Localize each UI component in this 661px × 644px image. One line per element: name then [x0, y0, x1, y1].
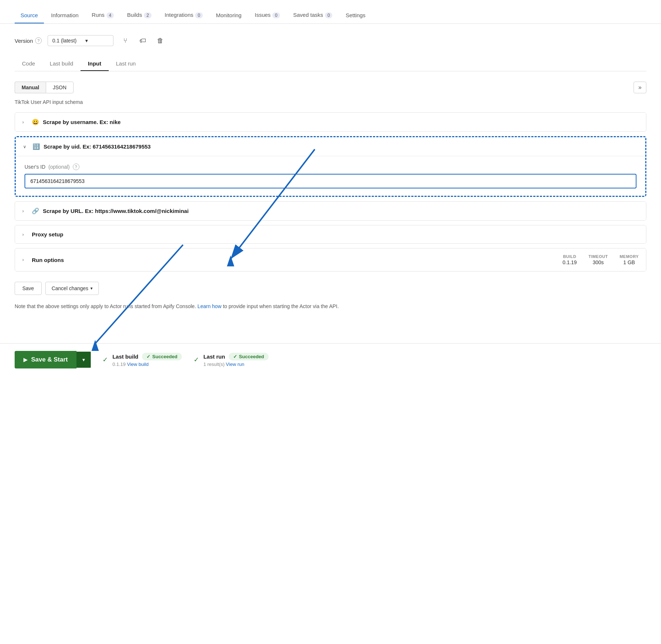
note-before-link: Note that the above settings only apply … [15, 303, 198, 309]
nav-tabs: SourceInformationRuns4Builds2Integration… [0, 7, 661, 24]
chevron-down-save-icon: ▾ [82, 357, 85, 363]
tag-icon[interactable]: 🏷 [137, 35, 149, 46]
nav-tab-badge-builds: 2 [144, 12, 152, 18]
user-id-input[interactable] [25, 174, 636, 188]
nav-tab-issues[interactable]: Issues0 [249, 7, 286, 23]
accordion-scrape-username: › 😀 Scrape by username. Ex: nike [15, 112, 646, 132]
version-label: Version ? [15, 37, 42, 44]
accordion-run-options-header[interactable]: › Run options BUILD 0.1.19 TIMEOUT 300s … [15, 248, 646, 271]
accordion-run-options: › Run options BUILD 0.1.19 TIMEOUT 300s … [15, 248, 646, 272]
cancel-changes-button[interactable]: Cancel changes ▾ [45, 282, 99, 295]
save-start-button[interactable]: ▶ Save & Start ▾ [15, 351, 91, 368]
save-start-main-btn[interactable]: ▶ Save & Start [15, 351, 76, 368]
version-selector[interactable]: 0.1 (latest) ▾ [48, 35, 113, 46]
accordion-title-username: Scrape by username. Ex: nike [43, 119, 121, 125]
view-build-link[interactable]: View build [127, 362, 149, 367]
save-cancel-row: Save Cancel changes ▾ [15, 282, 646, 295]
sub-tabs: Code Last build Input Last run [15, 57, 646, 71]
tab-code[interactable]: Code [15, 57, 42, 71]
chevron-right-url-icon: › [22, 209, 28, 214]
meta-build: BUILD 0.1.19 [563, 254, 577, 265]
last-build-info: ✓ Last build ✓ Succeeded 0.1.19 View bui… [102, 353, 182, 367]
last-run-details: Last run ✓ Succeeded 1 result(s) View ru… [203, 353, 269, 367]
input-mode-buttons: Manual JSON [15, 82, 74, 93]
note-after-link: to provide input when starting the Actor… [221, 303, 339, 309]
accordion-proxy-setup: › Proxy setup [15, 225, 646, 244]
expand-button[interactable]: » [634, 82, 646, 93]
meta-memory-label: MEMORY [620, 254, 639, 259]
chevron-down-icon: ▾ [85, 38, 88, 44]
schema-label: TikTok User API input schema [15, 99, 646, 105]
input-mode-row: Manual JSON » [15, 82, 646, 93]
user-id-optional-text: (optional) [48, 164, 70, 170]
last-run-status-badge: ✓ Succeeded [229, 353, 269, 360]
meta-timeout: TIMEOUT 300s [589, 254, 608, 265]
cancel-changes-label: Cancel changes [52, 285, 88, 291]
accordion-proxy-setup-header[interactable]: › Proxy setup [15, 225, 646, 243]
tab-last-run[interactable]: Last run [109, 57, 143, 71]
accordion-title-url: Scrape by URL. Ex: https://www.tiktok.co… [43, 208, 188, 214]
meta-memory-value: 1 GB [620, 259, 639, 265]
last-run-check-icon: ✓ [194, 356, 199, 364]
meta-build-label: BUILD [563, 254, 577, 259]
last-build-label: Last build [112, 353, 138, 360]
version-help-icon[interactable]: ? [35, 37, 42, 44]
nav-tab-badge-saved tasks: 0 [325, 12, 333, 18]
last-run-results: 1 result(s) [203, 362, 225, 367]
last-build-status-badge: ✓ Succeeded [142, 353, 182, 360]
manual-mode-btn[interactable]: Manual [15, 82, 46, 93]
nav-tab-saved-tasks[interactable]: Saved tasks0 [287, 7, 338, 23]
tab-last-build[interactable]: Last build [42, 57, 81, 71]
accordion-scrape-uid: ∨ 🔢 Scrape by uid. Ex: 67145631642186795… [15, 136, 646, 197]
last-build-check-icon: ✓ [102, 356, 108, 364]
check-small-icon: ✓ [146, 354, 150, 359]
check-small-run-icon: ✓ [233, 354, 237, 359]
last-run-label: Last run [203, 353, 225, 360]
accordion-emoji-url: 🔗 [32, 207, 39, 214]
last-build-sub: 0.1.19 View build [112, 362, 182, 367]
version-row: Version ? 0.1 (latest) ▾ ⑂ 🏷 🗑 [15, 35, 646, 46]
version-text: Version [15, 38, 33, 44]
bottom-bar: ▶ Save & Start ▾ ✓ Last build ✓ Succeede… [0, 343, 661, 376]
version-value: 0.1 (latest) [52, 38, 76, 44]
accordion-scrape-url-header[interactable]: › 🔗 Scrape by URL. Ex: https://www.tikto… [15, 202, 646, 220]
last-run-status-text: Succeeded [239, 354, 264, 359]
nav-tab-information[interactable]: Information [45, 8, 85, 23]
save-start-label: Save & Start [31, 356, 68, 363]
last-build-version: 0.1.19 [112, 362, 126, 367]
nav-tab-builds[interactable]: Builds2 [121, 7, 157, 23]
accordion-uid-body: User's ID (optional) ? [16, 156, 645, 196]
meta-build-value: 0.1.19 [563, 259, 577, 265]
tab-input[interactable]: Input [81, 57, 109, 71]
play-icon: ▶ [23, 357, 27, 363]
save-button[interactable]: Save [15, 282, 42, 295]
user-id-help-icon[interactable]: ? [73, 164, 79, 170]
note-text: Note that the above settings only apply … [15, 302, 646, 310]
accordion-title-run: Run options [32, 257, 64, 263]
nav-tab-integrations[interactable]: Integrations0 [159, 7, 209, 23]
nav-tab-source[interactable]: Source [15, 8, 44, 23]
branch-icon[interactable]: ⑂ [119, 35, 131, 46]
accordion-scrape-uid-header[interactable]: ∨ 🔢 Scrape by uid. Ex: 67145631642186795… [16, 137, 645, 156]
meta-timeout-value: 300s [589, 259, 608, 265]
view-run-link[interactable]: View run [226, 362, 244, 367]
accordion-scrape-username-header[interactable]: › 😀 Scrape by username. Ex: nike [15, 113, 646, 131]
learn-how-link[interactable]: Learn how [198, 303, 221, 309]
nav-tab-badge-integrations: 0 [195, 12, 203, 18]
nav-tab-settings[interactable]: Settings [340, 8, 371, 23]
nav-tab-runs[interactable]: Runs4 [86, 7, 120, 23]
user-id-label-text: User's ID [25, 164, 45, 170]
accordion-emoji-uid: 🔢 [33, 143, 40, 150]
save-start-dropdown-btn[interactable]: ▾ [76, 352, 91, 368]
nav-tab-monitoring[interactable]: Monitoring [210, 8, 247, 23]
nav-tab-badge-runs: 4 [107, 12, 114, 18]
accordion-title-uid: Scrape by uid. Ex: 6714563164218679553 [44, 143, 151, 150]
run-options-meta: BUILD 0.1.19 TIMEOUT 300s MEMORY 1 GB [563, 254, 639, 265]
chevron-right-proxy-icon: › [22, 232, 28, 237]
json-mode-btn[interactable]: JSON [46, 82, 73, 93]
last-build-details: Last build ✓ Succeeded 0.1.19 View build [112, 353, 182, 367]
meta-memory: MEMORY 1 GB [620, 254, 639, 265]
nav-tab-badge-issues: 0 [272, 12, 280, 18]
chevron-down-uid-icon: ∨ [23, 144, 29, 149]
delete-icon[interactable]: 🗑 [154, 35, 166, 46]
